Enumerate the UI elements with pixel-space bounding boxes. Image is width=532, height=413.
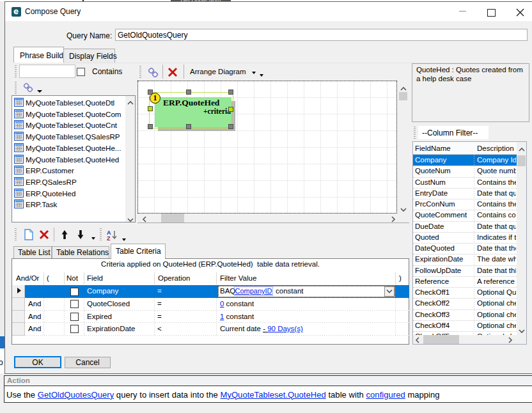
svg-text:Z: Z — [107, 235, 111, 241]
